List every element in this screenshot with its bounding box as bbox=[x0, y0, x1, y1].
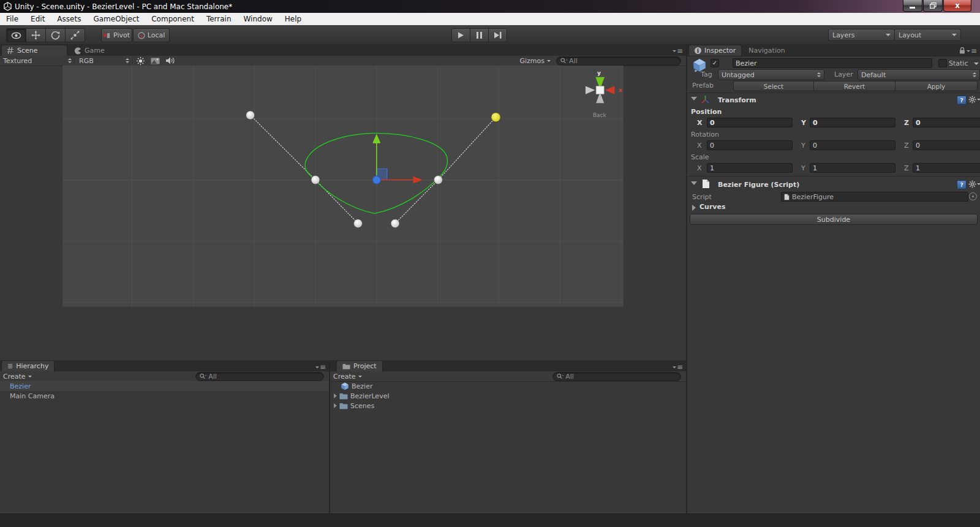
tab-game[interactable]: Game bbox=[69, 45, 110, 56]
gizmos-dropdown[interactable]: Gizmos bbox=[516, 56, 554, 66]
menu-help[interactable]: Help bbox=[279, 15, 307, 23]
pause-button[interactable] bbox=[470, 28, 489, 42]
position-z-field[interactable] bbox=[913, 118, 980, 127]
step-button[interactable] bbox=[488, 28, 507, 42]
scale-tool-button[interactable] bbox=[65, 28, 85, 42]
prefab-apply-button[interactable]: Apply bbox=[895, 81, 978, 91]
active-checkbox[interactable]: ✓ bbox=[710, 59, 719, 67]
layers-label: Layers bbox=[832, 31, 854, 39]
menu-terrain[interactable]: Terrain bbox=[200, 15, 238, 23]
rotation-x-field[interactable] bbox=[707, 140, 793, 150]
updown-icon bbox=[68, 58, 72, 63]
scale-y-field[interactable] bbox=[810, 163, 895, 173]
project-item-bezier[interactable]: Bezier bbox=[330, 381, 686, 391]
hierarchy-panel-menu[interactable]: ≡ bbox=[315, 363, 326, 371]
scene-panel-menu[interactable]: ≡ bbox=[673, 47, 683, 55]
tab-scene[interactable]: Scene bbox=[1, 45, 67, 56]
static-dropdown-icon[interactable] bbox=[974, 63, 979, 65]
control-point[interactable] bbox=[391, 219, 399, 228]
project-panel-menu[interactable]: ≡ bbox=[673, 363, 683, 371]
hierarchy-search[interactable] bbox=[195, 372, 324, 381]
tab-inspector[interactable]: i Inspector bbox=[688, 45, 742, 56]
tag-dropdown[interactable]: Untagged bbox=[718, 69, 824, 80]
inspector-panel-menu[interactable]: ≡ bbox=[967, 47, 977, 55]
gizmo-center-handle[interactable] bbox=[372, 176, 380, 184]
scene-search-input[interactable] bbox=[569, 57, 677, 65]
layout-dropdown[interactable]: Layout bbox=[894, 29, 961, 41]
title-bar: Unity - Scene.unity - BezierLevel - PC a… bbox=[0, 0, 980, 13]
orientation-cube[interactable] bbox=[596, 86, 604, 94]
rotation-z-field[interactable] bbox=[913, 140, 980, 150]
script-object-field[interactable]: BezierFigure bbox=[781, 192, 968, 202]
prefab-label: Prefab bbox=[692, 82, 714, 89]
local-toggle-button[interactable]: Local bbox=[133, 28, 170, 42]
anchor-point[interactable] bbox=[311, 176, 320, 184]
menu-component[interactable]: Component bbox=[145, 15, 200, 23]
prefab-revert-button[interactable]: Revert bbox=[813, 81, 895, 91]
color-channel-dropdown[interactable]: RGB bbox=[76, 56, 132, 66]
control-point-selected[interactable] bbox=[491, 113, 500, 122]
anchor-point[interactable] bbox=[434, 176, 442, 184]
menu-window[interactable]: Window bbox=[238, 15, 279, 23]
curves-foldout[interactable] bbox=[692, 205, 696, 211]
hierarchy-item-main-camera[interactable]: Main Camera bbox=[0, 391, 329, 401]
render-mode-dropdown[interactable]: Textured bbox=[0, 56, 75, 66]
project-search-input[interactable] bbox=[565, 373, 677, 381]
tab-project[interactable]: Project bbox=[336, 360, 383, 371]
help-icon[interactable]: ? bbox=[957, 96, 967, 105]
subdivide-button[interactable]: Subdivide bbox=[690, 214, 978, 225]
hierarchy-search-input[interactable] bbox=[208, 373, 320, 381]
bezier-script-foldout[interactable] bbox=[691, 181, 697, 185]
z-axis-label: Z bbox=[904, 142, 909, 150]
object-picker-icon[interactable] bbox=[969, 192, 977, 200]
gear-icon[interactable] bbox=[968, 96, 980, 104]
tag-label: Tag bbox=[701, 70, 712, 78]
move-tool-button[interactable] bbox=[26, 28, 46, 42]
object-name-field[interactable] bbox=[733, 58, 932, 68]
menu-file[interactable]: File bbox=[0, 15, 24, 23]
hierarchy-create-button[interactable]: Create bbox=[0, 371, 35, 381]
control-point[interactable] bbox=[246, 111, 255, 119]
audio-toggle[interactable] bbox=[163, 56, 178, 66]
layout-label: Layout bbox=[899, 31, 921, 39]
close-button[interactable]: x bbox=[943, 0, 971, 12]
rotation-y-field[interactable] bbox=[810, 140, 895, 150]
scale-z-field[interactable] bbox=[913, 163, 980, 173]
scene-search[interactable] bbox=[556, 56, 681, 66]
disclosure-triangle-icon[interactable] bbox=[334, 403, 337, 408]
project-item-bezierlevel[interactable]: BezierLevel bbox=[330, 391, 686, 401]
position-x-field[interactable] bbox=[707, 118, 793, 127]
skybox-toggle[interactable] bbox=[148, 56, 163, 66]
hierarchy-item-bezier[interactable]: Bezier bbox=[0, 381, 329, 391]
help-icon[interactable]: ? bbox=[957, 180, 967, 189]
scale-x-field[interactable] bbox=[707, 163, 793, 173]
scene-viewport[interactable]: y x Back bbox=[0, 66, 686, 360]
gear-icon[interactable] bbox=[968, 180, 980, 188]
hand-tool-button[interactable] bbox=[6, 28, 26, 42]
position-y-field[interactable] bbox=[810, 118, 895, 127]
lighting-toggle[interactable] bbox=[134, 56, 148, 66]
lock-icon[interactable] bbox=[959, 47, 965, 54]
tab-navigation[interactable]: Navigation bbox=[743, 45, 790, 56]
local-icon bbox=[138, 32, 145, 39]
transform-foldout[interactable] bbox=[691, 97, 697, 100]
project-item-scenes[interactable]: Scenes bbox=[330, 401, 686, 411]
play-button[interactable] bbox=[451, 28, 470, 42]
chevron-down-icon bbox=[886, 34, 891, 36]
static-checkbox[interactable] bbox=[938, 59, 947, 67]
menu-assets[interactable]: Assets bbox=[51, 15, 87, 23]
project-create-button[interactable]: Create bbox=[330, 371, 365, 381]
rotate-tool-button[interactable] bbox=[45, 28, 66, 42]
menu-gameobject[interactable]: GameObject bbox=[87, 15, 145, 23]
layer-dropdown[interactable]: Default bbox=[858, 69, 980, 80]
menu-edit[interactable]: Edit bbox=[24, 15, 51, 23]
tab-hierarchy[interactable]: ≣ Hierarchy bbox=[1, 360, 55, 371]
disclosure-triangle-icon[interactable] bbox=[334, 393, 337, 398]
project-search[interactable] bbox=[552, 372, 681, 381]
control-point[interactable] bbox=[354, 219, 363, 228]
layers-dropdown[interactable]: Layers bbox=[828, 29, 895, 41]
prefab-select-button[interactable]: Select bbox=[733, 81, 814, 91]
pivot-toggle-button[interactable]: Pivot bbox=[101, 28, 132, 42]
minimize-button[interactable] bbox=[903, 0, 922, 12]
restore-button[interactable] bbox=[923, 0, 943, 12]
